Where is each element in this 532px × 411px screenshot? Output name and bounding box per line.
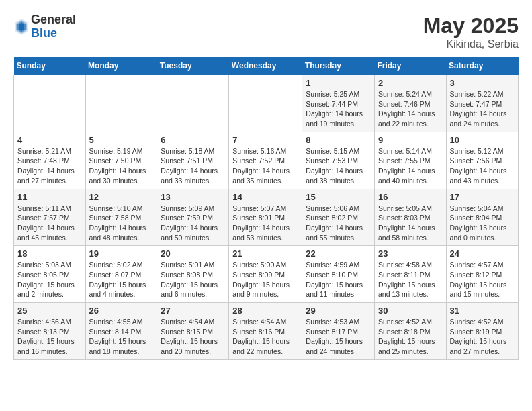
day-info: Sunrise: 4:58 AM Sunset: 8:11 PM Dayligh… [378, 260, 443, 300]
weekday-header-wednesday: Wednesday [229, 57, 302, 75]
day-info: Sunrise: 4:54 AM Sunset: 8:15 PM Dayligh… [161, 317, 225, 357]
calendar-cell: 25Sunrise: 4:56 AM Sunset: 8:13 PM Dayli… [14, 303, 86, 360]
calendar-cell: 23Sunrise: 4:58 AM Sunset: 8:11 PM Dayli… [374, 246, 446, 303]
day-number: 1 [306, 78, 371, 88]
day-number: 21 [232, 248, 298, 259]
day-number: 20 [161, 248, 225, 259]
day-number: 13 [161, 192, 225, 202]
logo: General Blue [13, 13, 76, 40]
day-info: Sunrise: 4:54 AM Sunset: 8:16 PM Dayligh… [232, 317, 298, 357]
day-number: 8 [306, 135, 371, 145]
day-number: 18 [17, 248, 82, 259]
day-number: 6 [161, 135, 225, 145]
day-info: Sunrise: 5:04 AM Sunset: 8:04 PM Dayligh… [450, 203, 515, 243]
day-info: Sunrise: 5:25 AM Sunset: 7:44 PM Dayligh… [306, 89, 371, 129]
day-info: Sunrise: 5:06 AM Sunset: 8:02 PM Dayligh… [306, 203, 371, 243]
calendar-cell: 29Sunrise: 4:53 AM Sunset: 8:17 PM Dayli… [302, 303, 375, 360]
day-number: 26 [89, 306, 154, 316]
calendar-cell: 28Sunrise: 4:54 AM Sunset: 8:16 PM Dayli… [229, 303, 302, 360]
weekday-row: SundayMondayTuesdayWednesdayThursdayFrid… [14, 57, 519, 75]
day-number: 25 [17, 306, 82, 316]
weekday-header-tuesday: Tuesday [157, 57, 229, 75]
day-info: Sunrise: 5:10 AM Sunset: 7:58 PM Dayligh… [89, 203, 154, 243]
calendar-cell: 12Sunrise: 5:10 AM Sunset: 7:58 PM Dayli… [85, 189, 157, 246]
day-info: Sunrise: 5:03 AM Sunset: 8:05 PM Dayligh… [17, 260, 82, 300]
day-number: 19 [89, 248, 154, 259]
day-info: Sunrise: 5:16 AM Sunset: 7:52 PM Dayligh… [232, 146, 298, 186]
calendar-table: SundayMondayTuesdayWednesdayThursdayFrid… [13, 57, 519, 360]
calendar-cell: 8Sunrise: 5:15 AM Sunset: 7:53 PM Daylig… [302, 132, 375, 189]
day-number: 7 [232, 135, 298, 145]
day-number: 17 [450, 192, 515, 202]
day-number: 11 [17, 192, 82, 202]
week-row-1: 1Sunrise: 5:25 AM Sunset: 7:44 PM Daylig… [14, 75, 519, 132]
day-number: 22 [306, 248, 371, 259]
day-info: Sunrise: 5:19 AM Sunset: 7:50 PM Dayligh… [89, 146, 154, 186]
day-info: Sunrise: 4:56 AM Sunset: 8:13 PM Dayligh… [17, 317, 82, 357]
day-number: 15 [306, 192, 371, 202]
day-number: 10 [450, 135, 515, 145]
title-block: May 2025 Kikinda, Serbia [423, 13, 519, 50]
calendar-cell: 9Sunrise: 5:14 AM Sunset: 7:55 PM Daylig… [374, 132, 446, 189]
calendar-cell: 18Sunrise: 5:03 AM Sunset: 8:05 PM Dayli… [14, 246, 86, 303]
day-info: Sunrise: 4:52 AM Sunset: 8:19 PM Dayligh… [450, 317, 515, 357]
calendar-cell: 19Sunrise: 5:02 AM Sunset: 8:07 PM Dayli… [85, 246, 157, 303]
day-info: Sunrise: 5:22 AM Sunset: 7:47 PM Dayligh… [450, 89, 515, 129]
day-info: Sunrise: 5:14 AM Sunset: 7:55 PM Dayligh… [378, 146, 443, 186]
calendar-cell: 3Sunrise: 5:22 AM Sunset: 7:47 PM Daylig… [446, 75, 518, 132]
calendar-cell: 22Sunrise: 4:59 AM Sunset: 8:10 PM Dayli… [302, 246, 375, 303]
day-info: Sunrise: 4:52 AM Sunset: 8:18 PM Dayligh… [378, 317, 443, 357]
weekday-header-saturday: Saturday [446, 57, 518, 75]
day-number: 24 [450, 248, 515, 259]
day-info: Sunrise: 5:02 AM Sunset: 8:07 PM Dayligh… [89, 260, 154, 300]
calendar-cell: 10Sunrise: 5:12 AM Sunset: 7:56 PM Dayli… [446, 132, 518, 189]
day-info: Sunrise: 5:09 AM Sunset: 7:59 PM Dayligh… [161, 203, 225, 243]
calendar-title: May 2025 [423, 13, 519, 38]
calendar-cell: 2Sunrise: 5:24 AM Sunset: 7:46 PM Daylig… [374, 75, 446, 132]
calendar-body: 1Sunrise: 5:25 AM Sunset: 7:44 PM Daylig… [14, 75, 519, 360]
day-info: Sunrise: 4:57 AM Sunset: 8:12 PM Dayligh… [450, 260, 515, 300]
day-number: 31 [450, 306, 515, 316]
calendar-cell: 5Sunrise: 5:19 AM Sunset: 7:50 PM Daylig… [85, 132, 157, 189]
calendar-cell: 1Sunrise: 5:25 AM Sunset: 7:44 PM Daylig… [302, 75, 375, 132]
calendar-cell: 7Sunrise: 5:16 AM Sunset: 7:52 PM Daylig… [229, 132, 302, 189]
week-row-2: 4Sunrise: 5:21 AM Sunset: 7:48 PM Daylig… [14, 132, 519, 189]
calendar-cell: 26Sunrise: 4:55 AM Sunset: 8:14 PM Dayli… [85, 303, 157, 360]
calendar-cell: 4Sunrise: 5:21 AM Sunset: 7:48 PM Daylig… [14, 132, 86, 189]
day-info: Sunrise: 5:11 AM Sunset: 7:57 PM Dayligh… [17, 203, 82, 243]
calendar-cell [85, 75, 157, 132]
day-info: Sunrise: 5:21 AM Sunset: 7:48 PM Dayligh… [17, 146, 82, 186]
day-number: 4 [17, 135, 82, 145]
calendar-cell: 17Sunrise: 5:04 AM Sunset: 8:04 PM Dayli… [446, 189, 518, 246]
day-number: 3 [450, 78, 515, 88]
day-number: 23 [378, 248, 443, 259]
day-info: Sunrise: 5:00 AM Sunset: 8:09 PM Dayligh… [232, 260, 298, 300]
calendar-header: SundayMondayTuesdayWednesdayThursdayFrid… [14, 57, 519, 75]
day-number: 27 [161, 306, 225, 316]
calendar-cell: 11Sunrise: 5:11 AM Sunset: 7:57 PM Dayli… [14, 189, 86, 246]
day-number: 9 [378, 135, 443, 145]
calendar-cell [14, 75, 86, 132]
day-number: 28 [232, 306, 298, 316]
calendar-cell [229, 75, 302, 132]
calendar-cell: 6Sunrise: 5:18 AM Sunset: 7:51 PM Daylig… [157, 132, 229, 189]
calendar-cell: 13Sunrise: 5:09 AM Sunset: 7:59 PM Dayli… [157, 189, 229, 246]
day-info: Sunrise: 5:24 AM Sunset: 7:46 PM Dayligh… [378, 89, 443, 129]
day-number: 30 [378, 306, 443, 316]
page-header: General Blue May 2025 Kikinda, Serbia [13, 13, 519, 50]
day-number: 12 [89, 192, 154, 202]
day-number: 2 [378, 78, 443, 88]
calendar-cell: 31Sunrise: 4:52 AM Sunset: 8:19 PM Dayli… [446, 303, 518, 360]
logo-icon [13, 17, 30, 36]
calendar-cell: 21Sunrise: 5:00 AM Sunset: 8:09 PM Dayli… [229, 246, 302, 303]
week-row-5: 25Sunrise: 4:56 AM Sunset: 8:13 PM Dayli… [14, 303, 519, 360]
day-info: Sunrise: 5:07 AM Sunset: 8:01 PM Dayligh… [232, 203, 298, 243]
week-row-3: 11Sunrise: 5:11 AM Sunset: 7:57 PM Dayli… [14, 189, 519, 246]
day-info: Sunrise: 5:18 AM Sunset: 7:51 PM Dayligh… [161, 146, 225, 186]
day-number: 5 [89, 135, 154, 145]
weekday-header-monday: Monday [85, 57, 157, 75]
day-info: Sunrise: 5:05 AM Sunset: 8:03 PM Dayligh… [378, 203, 443, 243]
calendar-cell: 27Sunrise: 4:54 AM Sunset: 8:15 PM Dayli… [157, 303, 229, 360]
day-number: 29 [306, 306, 371, 316]
day-info: Sunrise: 5:01 AM Sunset: 8:08 PM Dayligh… [161, 260, 225, 300]
